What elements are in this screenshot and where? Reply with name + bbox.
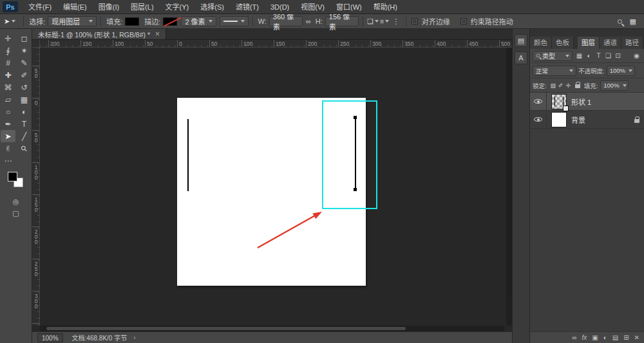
select-mode-dropdown[interactable]: 现用图层	[48, 16, 97, 26]
menu-item-3[interactable]: 图层(L)	[125, 0, 159, 14]
stroke-style-dropdown[interactable]	[220, 16, 249, 26]
dodge-tool[interactable]: ◐	[17, 106, 32, 118]
lock-icons: ▨✐✛	[549, 82, 573, 89]
layer-visibility-toggle[interactable]	[530, 111, 547, 129]
screen-mode-icon[interactable]: ▢	[12, 209, 19, 218]
ruler-tick	[32, 291, 39, 292]
hand-tool[interactable]: ✌	[1, 142, 15, 154]
panel-tab-swatches[interactable]: 色板	[552, 37, 574, 49]
shape-layer-filter-icon[interactable]: ❏	[603, 51, 613, 61]
new-layer-icon[interactable]: ⊞	[623, 333, 629, 343]
path-selection-tool[interactable]: ➤	[1, 130, 15, 142]
lock-pixels-icon[interactable]: ✐	[557, 82, 565, 89]
panel-tab-layers[interactable]: 图层	[578, 37, 600, 49]
new-adjustment-layer-icon[interactable]: ◐	[603, 333, 607, 343]
height-input[interactable]: 156 像素	[325, 16, 359, 26]
adjustment-layer-filter-icon[interactable]: ◐	[584, 51, 594, 61]
status-expand-icon[interactable]: ›	[133, 334, 135, 341]
quick-selection-tool[interactable]: ✶	[17, 44, 32, 57]
type-tool[interactable]: T	[17, 118, 32, 130]
vertical-scrollbar[interactable]	[506, 48, 512, 326]
healing-brush-tool[interactable]: ✚	[1, 69, 15, 81]
path-alignment-button[interactable]: ≡	[379, 16, 390, 26]
horizontal-scrollbar[interactable]	[40, 326, 504, 331]
path-operations-button[interactable]: ❏	[367, 16, 379, 26]
menu-item-5[interactable]: 选择(S)	[194, 0, 230, 14]
chevron-down-icon	[385, 20, 389, 23]
history-brush-tool[interactable]: ↺	[17, 81, 32, 93]
document-tab[interactable]: 未标题-1 @ 100% (形状 1, RGB/8#) * ×	[32, 29, 166, 39]
zoom-tool[interactable]: ⚲	[17, 142, 32, 154]
blend-mode-dropdown[interactable]: 正常	[533, 66, 576, 76]
constrain-path-drag-checkbox[interactable]	[460, 18, 467, 24]
eraser-tool[interactable]: ▱	[1, 93, 15, 106]
link-dimensions-icon[interactable]: ∞	[303, 16, 314, 26]
align-edges-checkbox[interactable]	[412, 18, 418, 24]
marquee-tool[interactable]: ◻	[17, 32, 32, 44]
menu-item-2[interactable]: 图像(I)	[93, 0, 125, 14]
menu-item-8[interactable]: 视图(V)	[295, 0, 330, 14]
smart-object-filter-icon[interactable]: ⊡	[613, 51, 623, 61]
ruler-vertical[interactable]: 50050100150200250300350	[32, 48, 40, 326]
menu-item-4[interactable]: 文字(Y)	[160, 0, 195, 14]
layer-row-0[interactable]: 形状 1	[530, 93, 644, 111]
layer-visibility-toggle[interactable]	[530, 93, 547, 111]
stroke-swatch[interactable]	[163, 17, 177, 26]
quick-mask-icon[interactable]: ◎	[13, 198, 19, 206]
properties-panel-icon[interactable]: ▤	[515, 34, 527, 47]
tool-preset-button[interactable]: ➤	[0, 17, 19, 26]
lock-transparency-icon[interactable]: ▨	[549, 82, 557, 89]
line-tool[interactable]: ╱	[17, 130, 32, 142]
layer-filter-type-dropdown[interactable]: 类型	[533, 51, 573, 61]
type-layer-filter-icon[interactable]: T	[594, 51, 603, 61]
ruler-tick	[32, 130, 39, 131]
crop-tool[interactable]: #	[1, 57, 15, 69]
menu-item-6[interactable]: 滤镜(T)	[230, 0, 265, 14]
link-layers-icon[interactable]: ∞	[572, 333, 576, 343]
ruler-horizontal[interactable]: 2001501005005010015020025030035040045050…	[40, 40, 512, 48]
fill-swatch[interactable]	[125, 17, 139, 26]
delete-layer-icon[interactable]: ✕	[634, 333, 639, 343]
layer-fill-dropdown[interactable]: 100%	[600, 80, 629, 91]
menu-item-1[interactable]: 编辑(E)	[57, 0, 93, 14]
clone-stamp-tool[interactable]: ⌘	[1, 81, 15, 93]
eyedropper-tool[interactable]: ✎	[17, 57, 32, 69]
document-viewport[interactable]	[40, 48, 504, 326]
more-tools[interactable]: ⋯	[1, 154, 15, 167]
pixel-layer-filter-icon[interactable]: ▦	[574, 51, 584, 61]
move-tool[interactable]: ✛	[1, 32, 15, 44]
foreground-color-swatch[interactable]	[8, 172, 17, 181]
ruler-origin-corner[interactable]	[32, 40, 40, 48]
menu-item-10[interactable]: 帮助(H)	[368, 0, 403, 14]
layer-effects-icon[interactable]: fx	[582, 333, 587, 343]
menu-item-0[interactable]: 文件(F)	[23, 0, 57, 14]
gradient-tool[interactable]: ▦	[17, 93, 32, 106]
lock-all-icon[interactable]	[575, 84, 580, 88]
horizontal-scrollbar-thumb[interactable]	[46, 326, 406, 331]
canvas-area: 未标题-1 @ 100% (形状 1, RGB/8#) * × 20015010…	[32, 29, 512, 331]
menu-item-7[interactable]: 3D(D)	[265, 0, 295, 14]
zoom-level-field[interactable]: 100%	[37, 333, 63, 342]
blur-tool[interactable]: ○	[1, 106, 15, 118]
lasso-tool[interactable]: ∮	[1, 44, 15, 57]
layer-filter-toggle-icon[interactable]: ◉	[632, 51, 641, 61]
layer-row-1[interactable]: 背景	[530, 111, 644, 129]
width-input[interactable]: 360 像素	[269, 16, 303, 26]
close-icon[interactable]: ×	[155, 31, 160, 37]
stroke-width-dropdown[interactable]: 2 像素	[181, 16, 216, 26]
layer-group-icon[interactable]: ▤	[612, 333, 618, 343]
search-icon[interactable]	[618, 19, 622, 24]
pen-tool[interactable]: ✒	[1, 118, 15, 130]
character-panel-icon[interactable]: A	[515, 51, 527, 64]
dodge-tool-icon: ◐	[22, 107, 26, 116]
workspace-switcher-icon[interactable]: ▦	[630, 17, 636, 26]
opacity-dropdown[interactable]: 100%	[607, 66, 635, 76]
menu-item-9[interactable]: 窗口(W)	[330, 0, 368, 14]
panel-tab-color[interactable]: 颜色	[530, 37, 552, 49]
lock-position-icon[interactable]: ✛	[565, 82, 573, 89]
panel-tab-paths[interactable]: 路径	[621, 37, 643, 49]
panel-tab-channels[interactable]: 通道	[600, 37, 621, 49]
brush-tool[interactable]: ✐	[17, 69, 32, 81]
path-arrangement-button[interactable]: ⋮	[390, 16, 402, 26]
layer-mask-icon[interactable]: ▣	[592, 333, 598, 343]
